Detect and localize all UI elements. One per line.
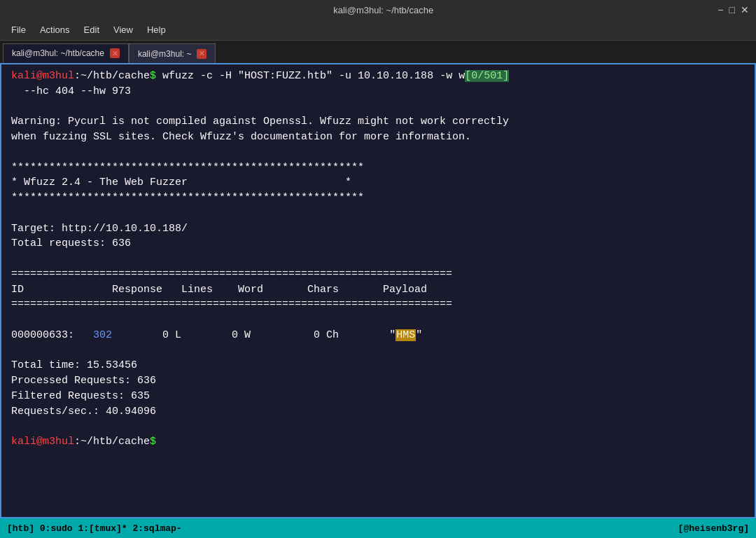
command-line: kali@m3hul:~/htb/cache$ wfuzz -c -H "HOS… (11, 69, 745, 84)
tab-cache[interactable]: kali@m3hul: ~/htb/cache ✕ (3, 43, 129, 63)
prompt2-user: kali@m3hul (11, 436, 74, 448)
tab-home-label: kali@m3hul: ~ (138, 49, 192, 59)
blank-line-7 (11, 419, 745, 434)
result-row: 000000633: 302 0 L 0 W 0 Ch "HMS" (11, 328, 745, 343)
menu-help[interactable]: Help (141, 22, 172, 37)
table-header: ID Response Lines Word Chars Payload (11, 282, 745, 298)
menu-bar: File Actions Edit View Help (0, 20, 756, 41)
tab-home-close[interactable]: ✕ (197, 49, 206, 59)
wfuzz-banner: * Wfuzz 2.4 - The Web Fuzzer * (11, 175, 745, 191)
counter-badge: [0/501] (465, 70, 509, 82)
title-bar: kali@m3hul: ~/htb/cache − □ ✕ (0, 0, 756, 20)
stat-time: Total time: 15.53456 (11, 358, 745, 373)
warning-line2: when fuzzing SSL sites. Check Wfuzz's do… (11, 130, 745, 145)
equals-line2: ========================================… (11, 297, 745, 312)
menu-actions[interactable]: Actions (34, 22, 76, 37)
menu-edit[interactable]: Edit (78, 22, 105, 37)
terminal[interactable]: kali@m3hul:~/htb/cache$ wfuzz -c -H "HOS… (0, 63, 756, 518)
tab-cache-close[interactable]: ✕ (110, 48, 120, 58)
stat-processed: Processed Requests: 636 (11, 373, 745, 389)
status-bar: [htb] 0:sudo 1:[tmux]* 2:sqlmap- [@heise… (0, 518, 756, 538)
menu-file[interactable]: File (6, 22, 31, 37)
close-button[interactable]: ✕ (741, 5, 749, 15)
command-text: wfuzz -c -H "HOST:FUZZ.htb" -u 10.10.10.… (156, 70, 465, 82)
stat-rps: Requests/sec.: 40.94096 (11, 404, 745, 420)
warning-line1: Warning: Pycurl is not compiled against … (11, 114, 745, 130)
title-bar-title: kali@m3hul: ~/htb/cache (49, 5, 718, 15)
prompt1-user: kali@m3hul (11, 70, 74, 82)
tab-home[interactable]: kali@m3hul: ~ ✕ (129, 43, 216, 63)
blank-line-3 (11, 206, 745, 221)
stat-filtered: Filtered Requests: 635 (11, 389, 745, 404)
separator1: ****************************************… (11, 160, 745, 176)
prompt2-dollar: $ (150, 436, 156, 448)
status-left: [htb] 0:sudo 1:[tmux]* 2:sqlmap- (7, 523, 182, 534)
target-line: Target: http://10.10.10.188/ (11, 221, 745, 237)
prompt2-path: :~/htb/cache (74, 436, 150, 448)
blank-line-4 (11, 251, 745, 267)
menu-view[interactable]: View (108, 22, 139, 37)
tab-bar: kali@m3hul: ~/htb/cache ✕ kali@m3hul: ~ … (0, 41, 756, 63)
command-line2: --hc 404 --hw 973 (11, 84, 745, 99)
equals-line1: ========================================… (11, 267, 745, 282)
result-payload: HMS (396, 329, 416, 341)
blank-line-5 (11, 312, 745, 328)
prompt2-line: kali@m3hul:~/htb/cache$ (11, 434, 745, 450)
total-req-line: Total requests: 636 (11, 236, 745, 251)
prompt1-path: :~/htb/cache (74, 70, 150, 82)
blank-line-1 (11, 99, 745, 115)
prompt1-dollar: $ (150, 70, 156, 82)
blank-line-2 (11, 145, 745, 160)
maximize-button[interactable]: □ (729, 5, 735, 15)
window-controls[interactable]: − □ ✕ (718, 5, 749, 15)
status-right: [@heisenb3rg] (678, 523, 749, 534)
tab-cache-label: kali@m3hul: ~/htb/cache (12, 48, 104, 58)
separator2: ****************************************… (11, 191, 745, 206)
minimize-button[interactable]: − (718, 5, 723, 15)
result-response: 302 (93, 329, 112, 341)
blank-line-6 (11, 343, 745, 359)
